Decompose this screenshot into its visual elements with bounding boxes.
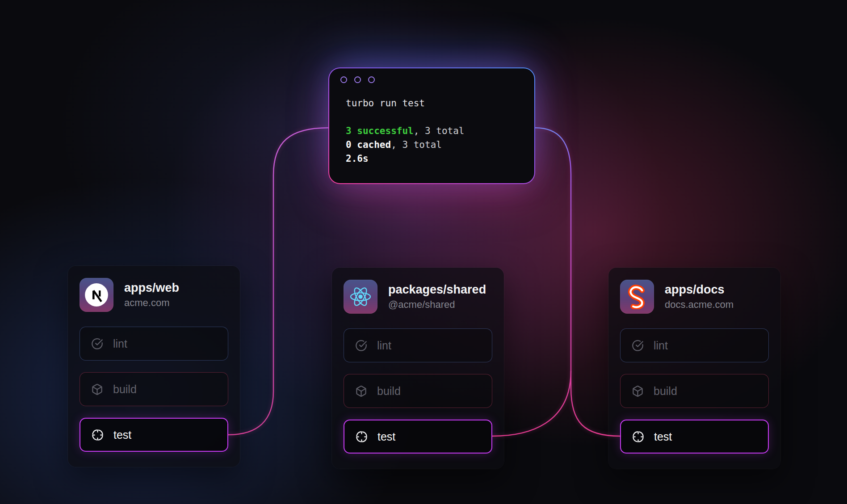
task-label: test [377, 430, 395, 443]
package-title: apps/docs [665, 283, 734, 297]
task-button-lint[interactable]: lint [620, 328, 769, 362]
react-icon [344, 280, 377, 314]
terminal-summary-line: 0 cached, 3 total [346, 138, 534, 152]
crosshair-icon [92, 429, 104, 441]
check-circle-icon [91, 338, 103, 350]
turborepo-task-graph: { "terminal": { "command": "turbo run te… [0, 0, 847, 504]
terminal-output: turbo run test 3 successful, 3 total 0 c… [346, 97, 534, 166]
task-label: test [654, 430, 672, 443]
task-button-build[interactable]: build [344, 374, 492, 408]
task-label: lint [654, 339, 668, 352]
task-label: test [113, 428, 131, 441]
task-button-build[interactable]: build [620, 374, 769, 408]
terminal-command: turbo run test [346, 97, 534, 110]
crosshair-icon [356, 431, 368, 443]
task-button-lint[interactable]: lint [344, 328, 492, 362]
task-button-test[interactable]: test [344, 420, 492, 454]
edge-web-test-to-terminal [228, 128, 328, 435]
box-icon [355, 385, 367, 397]
window-dot-minimize-icon[interactable] [354, 76, 361, 83]
summary-successful: 3 successful [346, 126, 414, 136]
task-label: build [377, 385, 401, 398]
svelte-icon [620, 280, 654, 314]
package-subtitle: acme.com [124, 297, 179, 309]
package-header: apps/web acme.com [80, 278, 228, 312]
check-circle-icon [632, 340, 644, 352]
terminal-summary-line: 3 successful, 3 total [346, 124, 534, 138]
summary-successful-rest: , 3 total [414, 126, 465, 136]
task-label: build [654, 385, 677, 398]
box-icon [91, 383, 103, 395]
task-button-lint[interactable]: lint [80, 327, 228, 361]
package-card-apps-web: apps/web acme.com lint build test [68, 266, 240, 467]
package-card-packages-shared: packages/shared @acme/shared lint build … [332, 268, 504, 469]
edge-shared-test-to-terminal [492, 371, 571, 436]
package-titles: apps/web acme.com [124, 281, 179, 308]
terminal-window: turbo run test 3 successful, 3 total 0 c… [328, 67, 535, 184]
package-titles: packages/shared @acme/shared [388, 283, 486, 310]
summary-cached-rest: , 3 total [391, 139, 442, 150]
package-titles: apps/docs docs.acme.com [665, 283, 734, 310]
crosshair-icon [632, 431, 644, 443]
edge-terminal-to-docs-test [535, 128, 620, 436]
task-label: lint [377, 339, 391, 352]
task-label: lint [113, 337, 127, 350]
terminal-blank-line [346, 110, 534, 124]
task-button-test[interactable]: test [620, 420, 769, 454]
nextjs-icon [80, 278, 113, 312]
summary-duration: 2.6s [346, 153, 369, 164]
package-header: apps/docs docs.acme.com [620, 280, 769, 314]
window-dot-close-icon[interactable] [340, 76, 347, 83]
window-dot-maximize-icon[interactable] [368, 76, 375, 83]
task-button-test[interactable]: test [80, 418, 228, 452]
box-icon [632, 385, 644, 397]
terminal-summary-line: 2.6s [346, 152, 534, 166]
package-title: packages/shared [388, 283, 486, 297]
task-label: build [113, 383, 137, 396]
summary-cached: 0 cached [346, 139, 391, 150]
package-card-apps-docs: apps/docs docs.acme.com lint build test [608, 268, 780, 469]
package-subtitle: @acme/shared [388, 299, 486, 311]
task-button-build[interactable]: build [80, 372, 228, 406]
package-header: packages/shared @acme/shared [344, 280, 492, 314]
package-subtitle: docs.acme.com [665, 299, 734, 311]
terminal-body: turbo run test 3 successful, 3 total 0 c… [329, 68, 534, 183]
check-circle-icon [355, 340, 367, 352]
package-title: apps/web [124, 281, 179, 295]
window-controls [340, 76, 534, 83]
